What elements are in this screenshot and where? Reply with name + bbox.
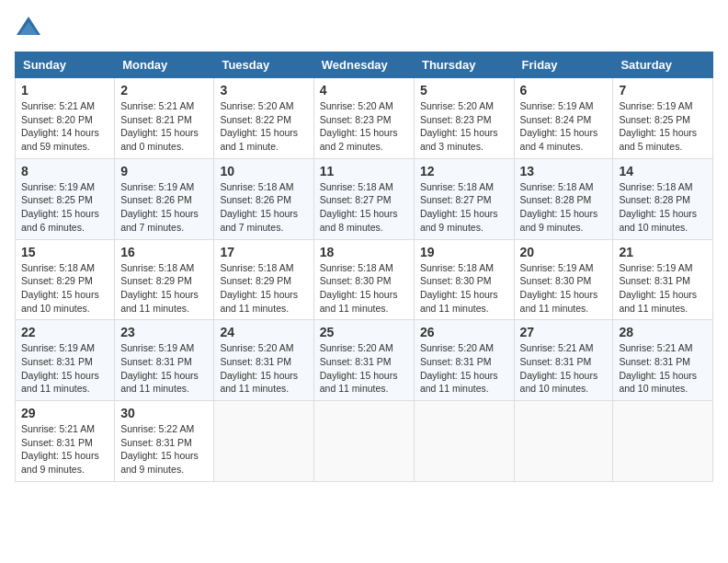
day-info: Sunrise: 5:22 AM Sunset: 8:31 PM Dayligh… [120,422,208,477]
calendar-cell: 23Sunrise: 5:19 AM Sunset: 8:31 PM Dayli… [115,320,214,401]
calendar-cell [514,401,613,482]
calendar-cell: 29Sunrise: 5:21 AM Sunset: 8:31 PM Dayli… [16,401,115,482]
calendar-cell [214,401,313,482]
day-number: 15 [21,245,108,259]
day-info: Sunrise: 5:19 AM Sunset: 8:26 PM Dayligh… [120,180,208,235]
calendar-cell: 17Sunrise: 5:18 AM Sunset: 8:29 PM Dayli… [214,239,313,320]
day-info: Sunrise: 5:20 AM Sunset: 8:31 PM Dayligh… [420,341,508,396]
calendar-cell: 2Sunrise: 5:21 AM Sunset: 8:21 PM Daylig… [115,78,214,159]
day-number: 23 [120,325,208,339]
calendar-cell: 21Sunrise: 5:19 AM Sunset: 8:31 PM Dayli… [613,239,713,320]
day-info: Sunrise: 5:18 AM Sunset: 8:29 PM Dayligh… [21,261,108,316]
weekday-thursday: Thursday [414,52,514,78]
calendar-cell: 19Sunrise: 5:18 AM Sunset: 8:30 PM Dayli… [414,239,514,320]
calendar-cell: 1Sunrise: 5:21 AM Sunset: 8:20 PM Daylig… [16,78,115,159]
week-row-5: 29Sunrise: 5:21 AM Sunset: 8:31 PM Dayli… [16,401,713,482]
day-info: Sunrise: 5:18 AM Sunset: 8:27 PM Dayligh… [420,180,508,235]
day-number: 14 [619,164,707,178]
day-number: 29 [21,406,108,420]
calendar-cell: 26Sunrise: 5:20 AM Sunset: 8:31 PM Dayli… [414,320,514,401]
calendar-cell: 6Sunrise: 5:19 AM Sunset: 8:24 PM Daylig… [514,78,613,159]
day-info: Sunrise: 5:18 AM Sunset: 8:30 PM Dayligh… [420,261,508,316]
logo [15,15,48,42]
calendar-cell: 30Sunrise: 5:22 AM Sunset: 8:31 PM Dayli… [115,401,214,482]
day-info: Sunrise: 5:21 AM Sunset: 8:31 PM Dayligh… [21,422,108,477]
day-info: Sunrise: 5:21 AM Sunset: 8:20 PM Dayligh… [21,99,108,154]
week-row-3: 15Sunrise: 5:18 AM Sunset: 8:29 PM Dayli… [16,239,713,320]
day-info: Sunrise: 5:18 AM Sunset: 8:27 PM Dayligh… [320,180,408,235]
weekday-saturday: Saturday [613,52,713,78]
calendar-cell: 7Sunrise: 5:19 AM Sunset: 8:25 PM Daylig… [613,78,713,159]
calendar-cell: 24Sunrise: 5:20 AM Sunset: 8:31 PM Dayli… [214,320,313,401]
day-info: Sunrise: 5:20 AM Sunset: 8:31 PM Dayligh… [320,341,408,396]
calendar-cell: 3Sunrise: 5:20 AM Sunset: 8:22 PM Daylig… [214,78,313,159]
day-info: Sunrise: 5:19 AM Sunset: 8:30 PM Dayligh… [520,261,608,316]
day-number: 9 [120,164,208,178]
day-number: 4 [320,83,408,98]
day-number: 16 [120,245,208,259]
day-info: Sunrise: 5:18 AM Sunset: 8:28 PM Dayligh… [619,180,707,235]
day-info: Sunrise: 5:19 AM Sunset: 8:25 PM Dayligh… [21,180,108,235]
day-info: Sunrise: 5:20 AM Sunset: 8:23 PM Dayligh… [320,99,408,154]
calendar-cell: 9Sunrise: 5:19 AM Sunset: 8:26 PM Daylig… [115,158,214,239]
day-info: Sunrise: 5:18 AM Sunset: 8:29 PM Dayligh… [120,261,208,316]
day-info: Sunrise: 5:19 AM Sunset: 8:31 PM Dayligh… [619,261,707,316]
day-info: Sunrise: 5:21 AM Sunset: 8:31 PM Dayligh… [619,341,707,396]
day-number: 8 [21,164,108,178]
day-number: 22 [21,325,108,339]
calendar-cell: 12Sunrise: 5:18 AM Sunset: 8:27 PM Dayli… [414,158,514,239]
day-info: Sunrise: 5:19 AM Sunset: 8:24 PM Dayligh… [520,99,608,154]
day-number: 24 [220,325,307,339]
calendar-cell [313,401,414,482]
day-number: 30 [120,406,208,420]
day-number: 17 [220,245,307,259]
day-info: Sunrise: 5:20 AM Sunset: 8:31 PM Dayligh… [220,341,307,396]
calendar-cell: 28Sunrise: 5:21 AM Sunset: 8:31 PM Dayli… [613,320,713,401]
day-info: Sunrise: 5:19 AM Sunset: 8:31 PM Dayligh… [21,341,108,396]
calendar: SundayMondayTuesdayWednesdayThursdayFrid… [15,52,713,482]
day-info: Sunrise: 5:19 AM Sunset: 8:31 PM Dayligh… [120,341,208,396]
day-number: 13 [520,164,608,178]
week-row-1: 1Sunrise: 5:21 AM Sunset: 8:20 PM Daylig… [16,78,713,159]
day-number: 19 [420,245,508,259]
weekday-tuesday: Tuesday [214,52,313,78]
calendar-cell: 11Sunrise: 5:18 AM Sunset: 8:27 PM Dayli… [313,158,414,239]
day-number: 25 [320,325,408,339]
calendar-cell: 18Sunrise: 5:18 AM Sunset: 8:30 PM Dayli… [313,239,414,320]
calendar-cell: 27Sunrise: 5:21 AM Sunset: 8:31 PM Dayli… [514,320,613,401]
calendar-cell: 8Sunrise: 5:19 AM Sunset: 8:25 PM Daylig… [16,158,115,239]
day-number: 18 [320,245,408,259]
day-number: 10 [220,164,307,178]
calendar-cell [414,401,514,482]
calendar-cell: 15Sunrise: 5:18 AM Sunset: 8:29 PM Dayli… [16,239,115,320]
logo-icon [15,15,42,42]
day-number: 26 [420,325,508,339]
weekday-friday: Friday [514,52,613,78]
day-info: Sunrise: 5:19 AM Sunset: 8:25 PM Dayligh… [619,99,707,154]
day-info: Sunrise: 5:20 AM Sunset: 8:23 PM Dayligh… [420,99,508,154]
day-number: 28 [619,325,707,339]
page-header [15,15,713,42]
day-number: 21 [619,245,707,259]
day-number: 1 [21,83,108,98]
weekday-sunday: Sunday [16,52,115,78]
calendar-cell: 5Sunrise: 5:20 AM Sunset: 8:23 PM Daylig… [414,78,514,159]
day-info: Sunrise: 5:18 AM Sunset: 8:28 PM Dayligh… [520,180,608,235]
day-number: 12 [420,164,508,178]
week-row-4: 22Sunrise: 5:19 AM Sunset: 8:31 PM Dayli… [16,320,713,401]
calendar-cell: 4Sunrise: 5:20 AM Sunset: 8:23 PM Daylig… [313,78,414,159]
calendar-cell: 14Sunrise: 5:18 AM Sunset: 8:28 PM Dayli… [613,158,713,239]
calendar-cell: 25Sunrise: 5:20 AM Sunset: 8:31 PM Dayli… [313,320,414,401]
day-number: 11 [320,164,408,178]
day-number: 3 [220,83,307,98]
day-info: Sunrise: 5:18 AM Sunset: 8:30 PM Dayligh… [320,261,408,316]
calendar-cell: 13Sunrise: 5:18 AM Sunset: 8:28 PM Dayli… [514,158,613,239]
week-row-2: 8Sunrise: 5:19 AM Sunset: 8:25 PM Daylig… [16,158,713,239]
calendar-cell: 10Sunrise: 5:18 AM Sunset: 8:26 PM Dayli… [214,158,313,239]
day-info: Sunrise: 5:18 AM Sunset: 8:29 PM Dayligh… [220,261,307,316]
calendar-cell: 20Sunrise: 5:19 AM Sunset: 8:30 PM Dayli… [514,239,613,320]
calendar-cell: 22Sunrise: 5:19 AM Sunset: 8:31 PM Dayli… [16,320,115,401]
weekday-header-row: SundayMondayTuesdayWednesdayThursdayFrid… [16,52,713,78]
day-number: 20 [520,245,608,259]
day-number: 27 [520,325,608,339]
